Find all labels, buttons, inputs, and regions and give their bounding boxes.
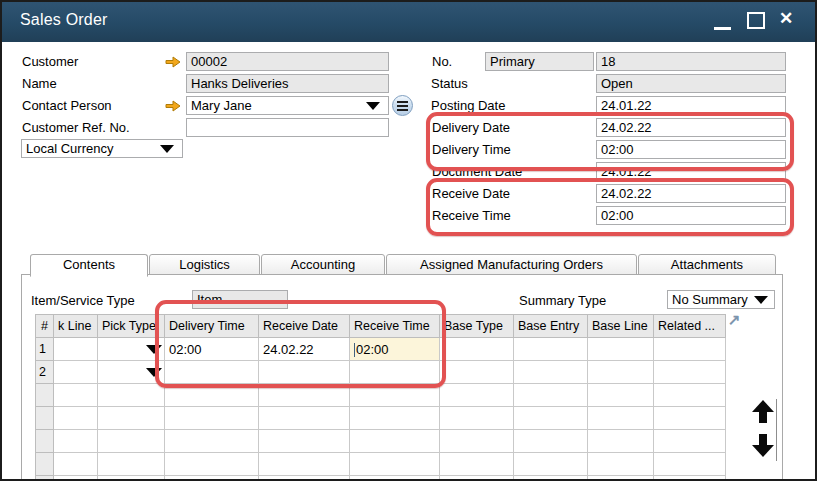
- doc-number-field[interactable]: 18: [596, 52, 786, 71]
- currency-combo[interactable]: Local Currency: [21, 139, 183, 158]
- tab-accounting[interactable]: Accounting: [261, 254, 385, 275]
- empty-cell[interactable]: [165, 407, 259, 430]
- empty-cell[interactable]: [588, 407, 654, 430]
- empty-cell[interactable]: [514, 453, 588, 476]
- empty-cell[interactable]: [98, 430, 165, 453]
- base-type-cell[interactable]: [440, 338, 514, 361]
- empty-cell[interactable]: [588, 384, 654, 407]
- empty-cell[interactable]: [654, 476, 726, 481]
- summary-type-combo[interactable]: No Summary: [667, 290, 775, 309]
- empty-cell[interactable]: [98, 476, 165, 481]
- empty-cell[interactable]: [514, 384, 588, 407]
- empty-cell[interactable]: [654, 407, 726, 430]
- empty-cell[interactable]: [440, 430, 514, 453]
- series-field[interactable]: Primary: [485, 52, 594, 71]
- move-row-down-button[interactable]: [751, 434, 775, 459]
- contact-person-combo[interactable]: Mary Jane: [186, 96, 389, 115]
- empty-cell[interactable]: [54, 430, 98, 453]
- tab-logistics[interactable]: Logistics: [149, 254, 260, 275]
- delivery-time-cell[interactable]: [165, 361, 259, 384]
- empty-cell[interactable]: [588, 453, 654, 476]
- related-cell[interactable]: [654, 338, 726, 361]
- empty-cell[interactable]: [165, 453, 259, 476]
- empty-cell[interactable]: [350, 384, 440, 407]
- pick-type-cell[interactable]: [98, 338, 165, 361]
- empty-cell[interactable]: [440, 384, 514, 407]
- empty-cell[interactable]: [588, 430, 654, 453]
- empty-cell[interactable]: [259, 430, 350, 453]
- minimize-icon[interactable]: [714, 27, 731, 30]
- tab-attachments[interactable]: Attachments: [638, 254, 776, 275]
- empty-cell[interactable]: [440, 453, 514, 476]
- receive-date-cell[interactable]: 24.02.22: [259, 338, 350, 361]
- item-service-type-field[interactable]: Item: [192, 290, 288, 309]
- row-number-cell[interactable]: [36, 430, 54, 453]
- customer-ref-field[interactable]: [186, 118, 389, 137]
- empty-cell[interactable]: [54, 384, 98, 407]
- empty-cell[interactable]: [54, 476, 98, 481]
- row-number-cell[interactable]: [36, 453, 54, 476]
- tab-contents[interactable]: Contents: [30, 254, 148, 277]
- pick-line-cell[interactable]: [54, 338, 98, 361]
- related-cell[interactable]: [654, 361, 726, 384]
- empty-cell[interactable]: [54, 453, 98, 476]
- empty-cell[interactable]: [165, 384, 259, 407]
- move-row-up-button[interactable]: [751, 400, 775, 425]
- receive-time-cell-focused[interactable]: 02:00: [350, 338, 440, 361]
- empty-cell[interactable]: [259, 476, 350, 481]
- empty-cell[interactable]: [98, 453, 165, 476]
- empty-cell[interactable]: [259, 453, 350, 476]
- row-number-cell[interactable]: [36, 384, 54, 407]
- row-number-cell[interactable]: [36, 476, 54, 481]
- empty-cell[interactable]: [350, 453, 440, 476]
- name-field[interactable]: Hanks Deliveries: [186, 74, 389, 93]
- base-type-cell[interactable]: [440, 361, 514, 384]
- pick-type-cell[interactable]: [98, 361, 165, 384]
- empty-cell[interactable]: [350, 476, 440, 481]
- empty-cell[interactable]: [350, 430, 440, 453]
- link-arrow-icon[interactable]: [165, 56, 181, 68]
- close-icon[interactable]: ✕: [779, 9, 793, 29]
- empty-cell[interactable]: [98, 407, 165, 430]
- base-line-cell[interactable]: [588, 361, 654, 384]
- pick-line-cell[interactable]: [54, 361, 98, 384]
- receive-date-cell[interactable]: [259, 361, 350, 384]
- delivery-time-cell[interactable]: 02:00: [165, 338, 259, 361]
- status-field[interactable]: Open: [596, 74, 786, 93]
- delivery-date-field[interactable]: 24.02.22: [596, 118, 786, 137]
- empty-cell[interactable]: [654, 430, 726, 453]
- row-number-cell[interactable]: [36, 407, 54, 430]
- link-arrow-icon[interactable]: [165, 100, 181, 112]
- empty-cell[interactable]: [165, 430, 259, 453]
- base-entry-cell[interactable]: [514, 361, 588, 384]
- expand-grid-icon[interactable]: ↗: [728, 311, 741, 329]
- row-number-cell[interactable]: 2: [36, 361, 54, 384]
- receive-time-field[interactable]: 02:00: [596, 206, 786, 225]
- tab-assigned-manufacturing-orders[interactable]: Assigned Manufacturing Orders: [386, 254, 637, 275]
- empty-cell[interactable]: [654, 384, 726, 407]
- document-date-field[interactable]: 24.01.22: [596, 162, 786, 181]
- delivery-time-field[interactable]: 02:00: [596, 140, 786, 159]
- empty-cell[interactable]: [514, 407, 588, 430]
- empty-cell[interactable]: [440, 407, 514, 430]
- base-line-cell[interactable]: [588, 338, 654, 361]
- empty-cell[interactable]: [654, 453, 726, 476]
- empty-cell[interactable]: [98, 384, 165, 407]
- empty-cell[interactable]: [350, 407, 440, 430]
- customer-field[interactable]: 00002: [186, 52, 389, 71]
- empty-cell[interactable]: [165, 476, 259, 481]
- empty-cell[interactable]: [440, 476, 514, 481]
- empty-cell[interactable]: [259, 384, 350, 407]
- empty-cell[interactable]: [259, 407, 350, 430]
- base-entry-cell[interactable]: [514, 338, 588, 361]
- receive-time-cell[interactable]: [350, 361, 440, 384]
- row-number-cell[interactable]: 1: [36, 338, 54, 361]
- empty-cell[interactable]: [514, 430, 588, 453]
- context-menu-icon[interactable]: [392, 95, 413, 116]
- empty-cell[interactable]: [54, 407, 98, 430]
- receive-date-field[interactable]: 24.02.22: [596, 184, 786, 203]
- empty-cell[interactable]: [514, 476, 588, 481]
- maximize-icon[interactable]: [747, 12, 765, 29]
- empty-cell[interactable]: [588, 476, 654, 481]
- posting-date-field[interactable]: 24.01.22: [596, 96, 786, 115]
